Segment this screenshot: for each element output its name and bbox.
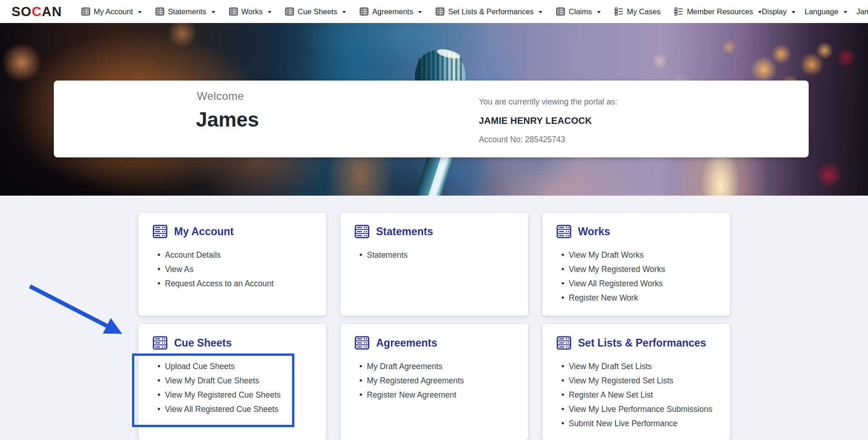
list-item[interactable]: View All Registered Works [562, 279, 723, 288]
card-header: Cue Sheets [152, 336, 319, 350]
nav-item-agreements[interactable]: Agreements [360, 7, 422, 16]
card-list-icon [354, 336, 370, 350]
nav-item-label: Works [241, 7, 263, 16]
card-list-icon [229, 7, 238, 16]
card-list-icon [360, 7, 368, 16]
list-item[interactable]: View My Live Performance Submissions [562, 405, 723, 414]
list-item[interactable]: View My Registered Cue Sheets [158, 390, 319, 399]
nav-item-label: My Cases [627, 7, 661, 16]
card-link-list: View My Draft Works View My Registered W… [562, 250, 723, 302]
logo-text: SO [11, 4, 32, 19]
list-item[interactable]: View My Registered Works [562, 265, 723, 274]
card-link-list: My Draft Agreements My Registered Agreem… [360, 362, 521, 399]
nav-item-label: Set Lists & Performances [448, 7, 534, 16]
card-list-icon [285, 7, 294, 16]
list-item[interactable]: Request Access to an Account [158, 279, 319, 288]
list-item[interactable]: View My Draft Cue Sheets [158, 376, 319, 385]
chevron-down-icon [792, 11, 795, 13]
welcome-user-name: James [196, 108, 259, 131]
nav-item-label: Display [762, 7, 787, 16]
list-item[interactable]: My Registered Agreements [360, 376, 521, 385]
nav-item-statements[interactable]: Statements [155, 7, 215, 16]
list-item[interactable]: Register New Work [562, 293, 723, 302]
chevron-down-icon [342, 11, 346, 13]
card-cue-sheets: Cue Sheets Upload Cue Sheets View My Dra… [138, 324, 326, 440]
card-list-icon [556, 225, 572, 238]
card-works: Works View My Draft Works View My Regist… [542, 213, 730, 316]
viewing-as-name: JAMIE HENRY LEACOCK [479, 116, 592, 126]
hero-banner: Welcome James You are currently viewing … [0, 23, 868, 196]
nav-item-label: Member Resources [687, 7, 753, 16]
card-title: My Account [174, 226, 234, 238]
list-item[interactable]: View My Registered Set Lists [562, 376, 723, 385]
card-header: Statements [354, 225, 521, 238]
nav-item-display[interactable]: Display [762, 7, 795, 16]
card-list-icon [152, 336, 168, 350]
card-header: My Account [152, 225, 319, 238]
nav-item-language[interactable]: Language [805, 7, 847, 16]
card-agreements: Agreements My Draft Agreements My Regist… [340, 324, 528, 440]
socan-logo[interactable]: SOCAN [11, 4, 62, 19]
nav-item-label: Language [805, 7, 838, 16]
nav-item-label: My Account [94, 7, 133, 16]
card-header: Set Lists & Performances [556, 336, 723, 350]
list-item[interactable]: View My Draft Set Lists [562, 362, 723, 371]
chevron-down-icon [844, 11, 847, 13]
chevron-down-icon [138, 11, 142, 13]
checklist-icon [615, 7, 623, 16]
list-item[interactable]: Upload Cue Sheets [158, 362, 319, 371]
nav-utility-menu: Display Language James [762, 7, 868, 16]
nav-item-label: Statements [168, 7, 206, 16]
card-title: Set Lists & Performances [578, 337, 707, 349]
top-navbar: SOCAN My Account Statements Works Cue Sh… [0, 0, 868, 23]
nav-item-label: Cue Sheets [298, 7, 337, 16]
nav-item-set-lists-performances[interactable]: Set Lists & Performances [436, 7, 542, 16]
viewing-as-label: You are currently viewing the portal as: [479, 97, 617, 107]
nav-item-label: Claims [569, 7, 592, 16]
card-my-account: My Account Account Details View As Reque… [138, 213, 326, 316]
logo-text: AN [42, 4, 62, 19]
card-list-icon [436, 7, 444, 16]
list-item[interactable]: Register New Agreement [360, 390, 521, 399]
list-item[interactable]: View All Registered Cue Sheets [158, 405, 319, 414]
welcome-card: Welcome James You are currently viewing … [54, 81, 809, 157]
list-item[interactable]: View My Draft Works [562, 250, 723, 260]
chevron-down-icon [758, 11, 762, 13]
nav-item-user-menu[interactable]: James [857, 7, 868, 16]
chevron-down-icon [212, 11, 215, 13]
checklist-icon [674, 7, 683, 16]
list-item[interactable]: Account Details [158, 250, 319, 260]
card-list-icon [152, 225, 168, 238]
chevron-down-icon [268, 11, 271, 13]
list-item[interactable]: Register A New Set List [562, 390, 723, 399]
card-title: Statements [376, 226, 433, 238]
chevron-down-icon [418, 11, 422, 13]
card-link-list: Account Details View As Request Access t… [158, 250, 319, 288]
chevron-down-icon [539, 11, 542, 13]
nav-item-member-resources[interactable]: Member Resources [674, 7, 762, 16]
card-link-list: Statements [360, 250, 521, 260]
card-statements: Statements Statements [340, 213, 528, 316]
card-list-icon [155, 7, 164, 16]
nav-item-claims[interactable]: Claims [556, 7, 600, 16]
account-number: Account No: 285425743 [479, 135, 565, 145]
nav-item-works[interactable]: Works [229, 7, 271, 16]
list-item[interactable]: View As [158, 265, 319, 274]
card-set-lists-performances: Set Lists & Performances View My Draft S… [542, 324, 730, 440]
chevron-down-icon [597, 11, 601, 13]
list-item[interactable]: Statements [360, 250, 521, 260]
card-list-icon [556, 336, 572, 350]
nav-item-cue-sheets[interactable]: Cue Sheets [285, 7, 346, 16]
dashboard-card-grid: My Account Account Details View As Reque… [138, 213, 730, 440]
list-item[interactable]: Submit New Live Performance [562, 419, 723, 428]
card-title: Cue Sheets [174, 337, 232, 349]
list-item[interactable]: My Draft Agreements [360, 362, 521, 371]
card-list-icon [556, 7, 565, 16]
nav-item-label: James [857, 7, 868, 16]
card-link-list: Upload Cue Sheets View My Draft Cue Shee… [158, 362, 319, 414]
card-header: Agreements [354, 336, 521, 350]
nav-item-my-cases[interactable]: My Cases [615, 7, 661, 16]
nav-item-my-account[interactable]: My Account [81, 7, 142, 16]
nav-item-label: Agreements [372, 7, 413, 16]
card-link-list: View My Draft Set Lists View My Register… [562, 362, 723, 428]
